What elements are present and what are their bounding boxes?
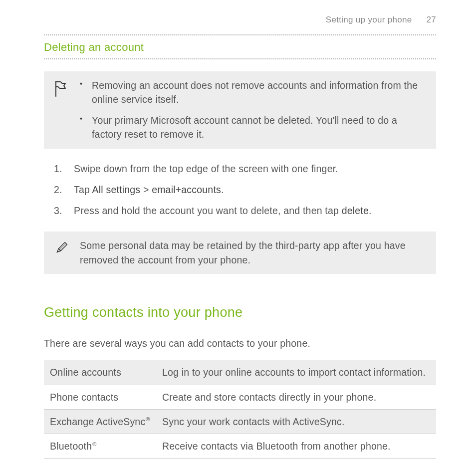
reg-mark: ® bbox=[92, 441, 96, 447]
step-text: Swipe down from the top edge of the scre… bbox=[74, 163, 338, 174]
header-title: Setting up your phone bbox=[326, 15, 412, 24]
table-label: Exchange ActiveSync® bbox=[44, 409, 156, 434]
contacts-methods-table: Online accounts Log in to your online ac… bbox=[44, 360, 436, 459]
list-item: Removing an account does not remove acco… bbox=[80, 78, 428, 107]
table-label-text: Exchange ActiveSync bbox=[50, 416, 145, 427]
table-desc: Sync your work contacts with ActiveSync. bbox=[156, 409, 436, 434]
step-text: . bbox=[369, 205, 372, 216]
table-row: Online accounts Log in to your online ac… bbox=[44, 360, 436, 385]
table-desc: Log in to your online accounts to import… bbox=[156, 360, 436, 385]
intro-text: There are several ways you can add conta… bbox=[44, 336, 436, 350]
step-bold: All settings bbox=[92, 184, 141, 195]
step-text: > bbox=[140, 184, 152, 195]
section-heading-delete: Deleting an account bbox=[44, 35, 436, 58]
callout-bullets: Removing an account does not remove acco… bbox=[80, 78, 428, 142]
step-bold: email+accounts bbox=[152, 184, 221, 195]
table-label: Bluetooth® bbox=[44, 434, 156, 459]
table-label-text: Phone contacts bbox=[50, 392, 118, 403]
table-desc: Create and store contacts directly in yo… bbox=[156, 385, 436, 409]
steps-list: Swipe down from the top edge of the scre… bbox=[44, 162, 436, 218]
table-label: Phone contacts bbox=[44, 385, 156, 409]
reg-mark: ® bbox=[146, 416, 150, 422]
table-label-text: Online accounts bbox=[50, 367, 121, 378]
flag-icon bbox=[54, 78, 68, 142]
callout-flag: Removing an account does not remove acco… bbox=[44, 71, 436, 149]
step-text: Press and hold the account you want to d… bbox=[74, 205, 342, 216]
table-row: Exchange ActiveSync® Sync your work cont… bbox=[44, 409, 436, 434]
table-label: Online accounts bbox=[44, 360, 156, 385]
table-desc: Receive contacts via Bluetooth from anot… bbox=[156, 434, 436, 459]
section-heading-contacts: Getting contacts into your phone bbox=[44, 303, 436, 322]
list-item: Tap All settings > email+accounts. bbox=[49, 183, 436, 197]
list-item: Swipe down from the top edge of the scre… bbox=[49, 162, 436, 176]
page-header: Setting up your phone 27 bbox=[44, 14, 436, 26]
list-item: Press and hold the account you want to d… bbox=[49, 204, 436, 218]
table-row: Phone contacts Create and store contacts… bbox=[44, 385, 436, 409]
pencil-icon bbox=[54, 238, 68, 267]
step-text: . bbox=[221, 184, 224, 195]
dotted-rule-bottom bbox=[44, 58, 436, 59]
list-item: Your primary Microsoft account cannot be… bbox=[80, 113, 428, 142]
callout-note-text: Some personal data may be retained by th… bbox=[80, 238, 428, 267]
step-bold: delete bbox=[342, 205, 369, 216]
step-text: Tap bbox=[74, 184, 92, 195]
page-number: 27 bbox=[426, 15, 436, 24]
callout-pencil: Some personal data may be retained by th… bbox=[44, 232, 436, 274]
table-row: Bluetooth® Receive contacts via Bluetoot… bbox=[44, 434, 436, 459]
table-label-text: Bluetooth bbox=[50, 441, 92, 452]
